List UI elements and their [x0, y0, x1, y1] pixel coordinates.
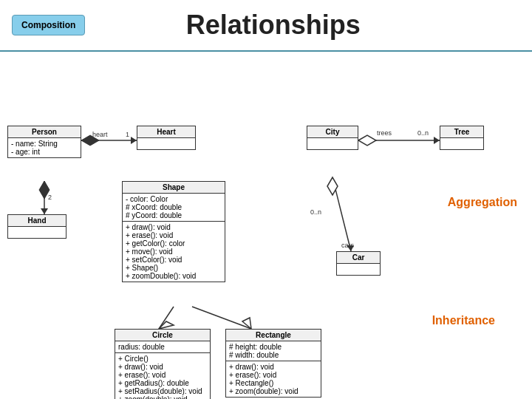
shape-method-7: + zoomDouble(): void	[126, 272, 222, 280]
heart-label: heart	[92, 131, 108, 138]
person-title: Person	[8, 126, 81, 138]
svg-line-13	[332, 177, 351, 251]
shape-method-4: + move(): void	[126, 248, 222, 256]
shape-method-3: + getColor(): color	[126, 239, 222, 248]
city-title: City	[307, 126, 358, 138]
hand-class-box: Hand	[7, 214, 66, 239]
rectangle-method-1: + draw(): void	[229, 363, 318, 371]
rectangle-method-2: + erase(): void	[229, 371, 318, 379]
circle-attr-1: radius: double	[118, 343, 207, 351]
two-label: 2	[48, 194, 52, 201]
circle-method-4: + getRadius(): double	[118, 379, 207, 387]
svg-marker-7	[159, 321, 174, 329]
heart-class-box: Heart	[137, 126, 196, 150]
shape-method-2: + erase(): void	[126, 231, 222, 239]
svg-marker-9	[242, 318, 251, 329]
svg-line-6	[159, 307, 174, 329]
composition-button[interactable]: Composition	[12, 15, 85, 35]
inheritance-label: Inheritance	[432, 314, 495, 327]
circle-method-6: + zoom(double): void	[118, 395, 207, 399]
car-title: Car	[337, 252, 380, 264]
heart-title: Heart	[137, 126, 195, 138]
rectangle-method-4: + zoom(double): void	[229, 387, 318, 395]
heart-body	[137, 138, 195, 149]
shape-attr-1: - color: Color	[126, 195, 222, 203]
circle-class-box: Circle radius: double + Circle() + draw(…	[115, 329, 211, 399]
shape-method-5: + setColor(): void	[126, 256, 222, 264]
hand-title: Hand	[8, 215, 66, 227]
shape-method-1: + draw(): void	[126, 223, 222, 231]
svg-marker-15	[347, 245, 354, 251]
shape-title: Shape	[123, 182, 225, 194]
circle-method-3: + erase(): void	[118, 371, 207, 379]
rectangle-title: Rectangle	[226, 330, 321, 341]
svg-marker-4	[39, 181, 50, 199]
car-body	[337, 264, 380, 275]
person-attributes: - name: String - age: int	[8, 138, 81, 157]
shape-methods: + draw(): void + erase(): void + getColo…	[123, 222, 225, 282]
tree-class-box: Tree	[440, 126, 484, 150]
rectangle-attr-2: # width: double	[229, 351, 318, 359]
circle-method-5: + setRadius(double): void	[118, 387, 207, 395]
svg-marker-5	[41, 208, 48, 214]
shape-attr-3: # yCoord: double	[126, 211, 222, 219]
circle-method-1: + Circle()	[118, 355, 207, 363]
rectangle-methods: + draw(): void + erase(): void + Rectang…	[226, 361, 321, 397]
circle-attributes: radius: double	[115, 341, 210, 353]
tree-body	[440, 138, 483, 149]
header: Composition Relationships	[0, 0, 532, 52]
zero-n-bottom-label: 0..n	[310, 208, 321, 216]
hand-body	[8, 227, 66, 238]
aggregation-label: Aggregation	[448, 196, 517, 209]
one-label: 1	[126, 131, 129, 138]
diagram-area: heart 1 2 hands trees 0..n 0..n cars Per…	[0, 52, 532, 399]
circle-methods: + Circle() + draw(): void + erase(): voi…	[115, 353, 210, 399]
svg-marker-2	[131, 137, 137, 144]
city-class-box: City	[307, 126, 358, 150]
person-attr-1: - name: String	[11, 140, 78, 148]
person-attr-2: - age: int	[11, 148, 78, 156]
svg-marker-12	[434, 137, 440, 144]
svg-marker-11	[358, 135, 376, 146]
tree-title: Tree	[440, 126, 483, 138]
circle-title: Circle	[115, 330, 210, 341]
rectangle-class-box: Rectangle # height: double # width: doub…	[225, 329, 321, 398]
person-class-box: Person - name: String - age: int	[7, 126, 81, 158]
circle-method-2: + draw(): void	[118, 363, 207, 371]
rectangle-attr-1: # height: double	[229, 343, 318, 351]
shape-method-6: + Shape()	[126, 264, 222, 272]
svg-marker-1	[81, 135, 99, 146]
car-class-box: Car	[336, 251, 381, 276]
shape-attr-2: # xCoord: double	[126, 203, 222, 211]
shape-attributes: - color: Color # xCoord: double # yCoord…	[123, 194, 225, 222]
trees-label: trees	[377, 129, 392, 137]
shape-class-box: Shape - color: Color # xCoord: double # …	[122, 181, 225, 282]
svg-marker-14	[327, 177, 338, 195]
page-title: Relationships	[85, 10, 461, 41]
zero-n-top-label: 0..n	[417, 129, 429, 137]
rectangle-attributes: # height: double # width: double	[226, 341, 321, 361]
city-body	[307, 138, 358, 149]
rectangle-method-3: + Rectangle()	[229, 379, 318, 387]
cars-label: cars	[341, 242, 355, 249]
svg-line-8	[192, 307, 251, 329]
